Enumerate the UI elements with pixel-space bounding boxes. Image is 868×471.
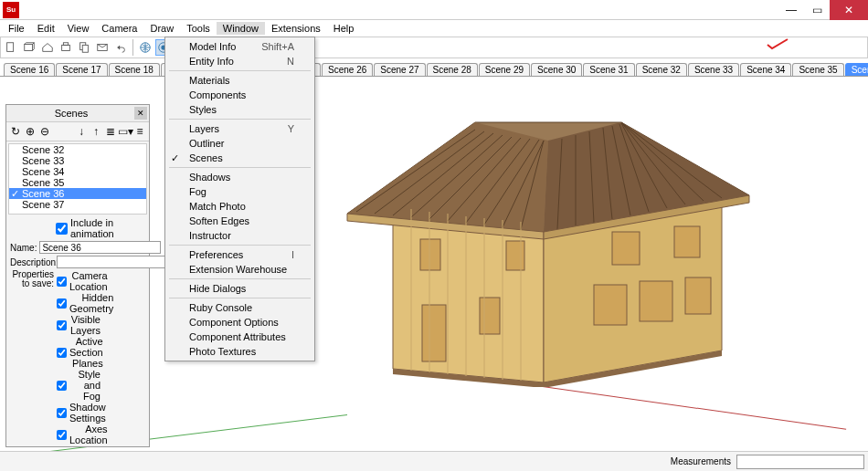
scene-tab[interactable]: Scene 35 — [792, 63, 843, 76]
menu-item-scenes[interactable]: ✓Scenes — [165, 151, 314, 165]
prop-checkbox[interactable] — [57, 320, 67, 330]
prop-active-section-planes[interactable]: Active Section Planes — [57, 336, 101, 369]
panel-toolbar: ↻ ⊕ ⊖ ↓ ↑ ≣ ▭▾ ≡ — [6, 122, 149, 141]
menu-item-soften-edges[interactable]: Soften Edges — [165, 214, 314, 228]
menu-item-component-attributes[interactable]: Component Attributes — [165, 330, 314, 344]
prop-checkbox[interactable] — [57, 430, 67, 440]
menu-draw[interactable]: Draw — [143, 22, 180, 35]
copy-icon[interactable] — [76, 39, 92, 56]
shortcut: Y — [288, 123, 294, 134]
menu-file[interactable]: File — [2, 22, 31, 35]
menu-view[interactable]: View — [61, 22, 96, 35]
svg-rect-44 — [422, 305, 446, 361]
refresh-icon[interactable]: ↻ — [9, 125, 22, 138]
menu-item-instructor[interactable]: Instructor — [165, 228, 314, 243]
maximize-button[interactable]: ▭ — [804, 0, 830, 20]
add-scene-icon[interactable]: ⊕ — [24, 125, 37, 138]
menu-item-outliner[interactable]: Outliner — [165, 136, 314, 151]
menu-item-shadows[interactable]: Shadows — [165, 170, 314, 184]
include-in-animation-check[interactable]: Include in animation — [56, 217, 145, 239]
statusbar: Measurements — [0, 451, 868, 471]
scene-tab[interactable]: Scene 16 — [4, 63, 55, 76]
panel-title-text: Scenes — [8, 108, 134, 119]
panel-close-button[interactable]: ✕ — [134, 107, 147, 120]
menu-item-component-options[interactable]: Component Options — [165, 315, 314, 330]
prop-style-and-fog[interactable]: Style and Fog — [57, 369, 101, 402]
details-icon[interactable]: ≡ — [133, 125, 146, 138]
menu-item-layers[interactable]: LayersY — [165, 121, 314, 136]
name-label: Name: — [10, 243, 37, 253]
menu-item-ruby-console[interactable]: Ruby Console — [165, 300, 314, 315]
prop-checkbox[interactable] — [57, 298, 67, 309]
print-icon[interactable] — [58, 39, 74, 56]
menu-item-styles[interactable]: Styles — [165, 102, 314, 117]
prop-camera-location[interactable]: Camera Location — [57, 270, 101, 292]
menu-tools[interactable]: Tools — [180, 22, 217, 35]
scene-list-item[interactable]: Scene 33 — [9, 155, 146, 166]
menu-item-fog[interactable]: Fog — [165, 184, 314, 199]
scene-tab[interactable]: Scene 36 — [845, 63, 868, 76]
menu-item-match-photo[interactable]: Match Photo — [165, 199, 314, 214]
box-icon[interactable] — [21, 39, 37, 56]
scene-tab[interactable]: Scene 18 — [109, 63, 160, 76]
undo-icon[interactable] — [112, 39, 129, 56]
scene-tab[interactable]: Scene 34 — [740, 63, 791, 76]
view-list-icon[interactable]: ▭▾ — [119, 125, 132, 138]
scene-list-item[interactable]: ✓Scene 36 — [9, 188, 146, 199]
scene-tab[interactable]: Scene 32 — [636, 63, 687, 76]
close-button[interactable]: ✕ — [830, 0, 868, 20]
menu-camera[interactable]: Camera — [95, 22, 143, 35]
new-icon[interactable] — [3, 39, 19, 56]
scenes-list[interactable]: Scene 32Scene 33Scene 34Scene 35✓Scene 3… — [8, 143, 147, 215]
menu-window[interactable]: Window — [217, 22, 265, 35]
menu-item-entity-info[interactable]: Entity InfoN — [165, 54, 314, 68]
include-checkbox[interactable] — [56, 223, 68, 235]
scene-down-icon[interactable]: ↑ — [90, 125, 102, 138]
globe-icon[interactable] — [137, 39, 153, 56]
scene-tab[interactable]: Scene 17 — [56, 63, 107, 76]
check-icon: ✓ — [171, 152, 179, 164]
prop-shadow-settings[interactable]: Shadow Settings — [57, 402, 101, 424]
mail-icon[interactable] — [94, 39, 111, 56]
menu-edit[interactable]: Edit — [31, 22, 61, 35]
scene-up-icon[interactable]: ↓ — [75, 125, 88, 138]
scene-tab[interactable]: Scene 26 — [322, 63, 373, 76]
scene-name-input[interactable] — [39, 241, 161, 254]
menu-extensions[interactable]: Extensions — [265, 22, 327, 35]
measurements-input[interactable] — [736, 455, 864, 469]
scene-list-item[interactable]: Scene 37 — [9, 199, 146, 210]
scene-list-item[interactable]: Scene 35 — [9, 177, 146, 188]
remove-scene-icon[interactable]: ⊖ — [38, 125, 51, 138]
prop-checkbox[interactable] — [57, 348, 67, 358]
minimize-button[interactable]: — — [778, 0, 804, 20]
scene-desc-input[interactable] — [57, 256, 178, 268]
menu-item-extension-warehouse[interactable]: Extension Warehouse — [165, 262, 314, 277]
prop-checkbox[interactable] — [57, 277, 67, 287]
scene-tab[interactable]: Scene 31 — [583, 63, 634, 76]
house-icon[interactable] — [39, 39, 56, 56]
scene-tab[interactable]: Scene 33 — [688, 63, 739, 76]
scene-tab[interactable]: Scene 28 — [427, 63, 478, 76]
list-step-icon[interactable]: ≣ — [104, 125, 117, 138]
prop-hidden-geometry[interactable]: Hidden Geometry — [57, 292, 101, 314]
menu-item-preferences[interactable]: PreferencesI — [165, 247, 314, 262]
menu-help[interactable]: Help — [327, 22, 361, 35]
prop-visible-layers[interactable]: Visible Layers — [57, 314, 101, 336]
menu-item-hide-dialogs[interactable]: Hide Dialogs — [165, 281, 314, 296]
menu-item-model-info[interactable]: Model InfoShift+A — [165, 39, 314, 54]
scenes-panel: Scenes ✕ ↻ ⊕ ⊖ ↓ ↑ ≣ ▭▾ ≡ Scene 32Scene … — [5, 104, 150, 447]
prop-checkbox[interactable] — [57, 408, 67, 418]
scene-tab[interactable]: Scene 27 — [374, 63, 425, 76]
scene-tab[interactable]: Scene 29 — [479, 63, 530, 76]
scene-list-item[interactable]: Scene 32 — [9, 144, 146, 155]
panel-titlebar[interactable]: Scenes ✕ — [6, 105, 149, 122]
menu-item-photo-textures[interactable]: Photo Textures — [165, 344, 314, 359]
menu-item-materials[interactable]: Materials — [165, 73, 314, 88]
scene-list-item[interactable]: Scene 34 — [9, 166, 146, 177]
svg-rect-3 — [63, 43, 68, 46]
shortcut: Shift+A — [261, 41, 294, 52]
prop-axes-location[interactable]: Axes Location — [57, 424, 101, 445]
scene-tab[interactable]: Scene 30 — [531, 63, 582, 76]
menu-item-components[interactable]: Components — [165, 88, 314, 102]
prop-checkbox[interactable] — [57, 381, 67, 391]
